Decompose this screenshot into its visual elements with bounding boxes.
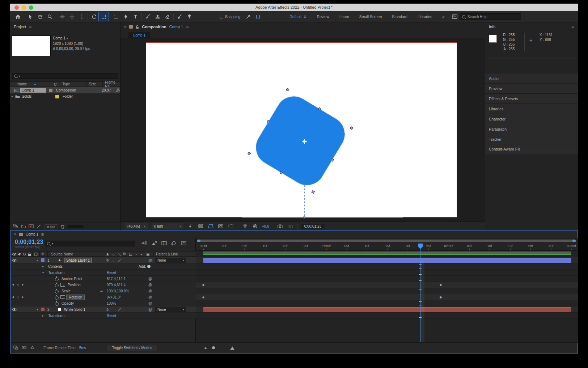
- property-row-scale[interactable]: Scale ∞ 100.0,100.0% @: [10, 288, 196, 294]
- reset-link[interactable]: Reset: [107, 271, 116, 275]
- timeline-tab-label[interactable]: Comp 1: [26, 232, 38, 236]
- layer-name[interactable]: White Solid 1: [64, 308, 85, 312]
- close-panel-icon[interactable]: ×: [14, 232, 16, 236]
- layer-name[interactable]: Shape Layer 1: [64, 258, 92, 263]
- snap-box-icon[interactable]: [253, 12, 263, 21]
- workspace-default[interactable]: Default≡: [284, 14, 312, 19]
- info-panel-title[interactable]: Info: [489, 25, 495, 29]
- link-dimensions-icon[interactable]: ∞: [100, 289, 103, 293]
- exposure-icon[interactable]: [252, 224, 258, 229]
- property-row-rotation[interactable]: ◀ ◇ ▶ Rotation 0x+31.0° @: [10, 294, 196, 300]
- layer-duration-bar[interactable]: [203, 307, 571, 312]
- trash-icon[interactable]: [61, 224, 65, 229]
- add-keyframe-icon[interactable]: ◇: [17, 283, 19, 287]
- selection-handle[interactable]: [311, 190, 315, 194]
- show-channel-icon[interactable]: [242, 224, 248, 229]
- position-value[interactable]: 979.4,611.4: [107, 283, 126, 287]
- project-item-name[interactable]: Comp 1: [53, 36, 65, 40]
- workspace-settings-icon[interactable]: [450, 12, 460, 21]
- keyframe-diamond-selected[interactable]: ◆: [202, 296, 205, 299]
- zoom-out-mountain-icon[interactable]: [204, 347, 207, 349]
- orbit-camera-tool-icon[interactable]: [57, 12, 67, 21]
- region-of-interest-icon[interactable]: [207, 224, 214, 229]
- puppet-pin-tool-icon[interactable]: [185, 12, 194, 21]
- parent-dropdown[interactable]: None▾: [155, 307, 186, 312]
- eraser-tool-icon[interactable]: [162, 12, 172, 21]
- show-snapshot-icon[interactable]: [287, 224, 293, 229]
- pickwhip-icon[interactable]: @: [148, 277, 152, 281]
- time-ruler[interactable]: 0:00f 05f 10f 15f 20f 25f 01:00f 05f 10f…: [196, 243, 578, 251]
- property-row-transform[interactable]: ▾ Transform Reset: [10, 270, 196, 276]
- exposure-value[interactable]: +0.0: [262, 224, 269, 228]
- preview-timecode[interactable]: 0;00;01;23: [301, 224, 325, 229]
- zoom-in-mountain-icon[interactable]: [230, 346, 234, 350]
- parent-link-column[interactable]: Parent & Link: [156, 252, 178, 256]
- selection-tool-icon[interactable]: [25, 12, 35, 21]
- draft-3d-icon[interactable]: [151, 240, 158, 246]
- pickwhip-icon[interactable]: @: [148, 308, 152, 312]
- chevron-down-icon[interactable]: ▾: [67, 37, 68, 40]
- composition-mini-flowchart-icon[interactable]: [140, 240, 147, 246]
- panel-scrollbar[interactable]: [68, 225, 84, 228]
- pickwhip-icon[interactable]: @: [148, 289, 152, 293]
- time-navigator-bar[interactable]: [197, 240, 576, 242]
- layer-duration-bar[interactable]: [203, 258, 571, 263]
- hand-tool-icon[interactable]: [35, 12, 45, 21]
- property-row-position[interactable]: ◀ ◇ ▶ Position 979.4,611.4 @: [10, 282, 196, 288]
- toggle-switches-modes-button[interactable]: Toggle Switches / Modes: [107, 345, 157, 351]
- pen-tool-icon[interactable]: [121, 12, 131, 21]
- panel-effects-presets[interactable]: Effects & Presets: [485, 93, 578, 103]
- work-area-bar[interactable]: [203, 251, 571, 254]
- frame-blending-icon[interactable]: [160, 240, 168, 246]
- layer-row-shape-layer-1[interactable]: ▾ 1 ★ Shape Layer 1 ✲ ☼ ／ @ None▾: [10, 257, 196, 263]
- panel-audio[interactable]: Audio: [485, 73, 578, 83]
- anchor-point-value[interactable]: 517.4,112.1: [107, 277, 126, 281]
- panel-menu-icon[interactable]: ≡: [29, 24, 32, 29]
- rotation-tool-icon[interactable]: [89, 12, 99, 21]
- effects-wand-icon[interactable]: [37, 224, 41, 229]
- collapse-transforms-switch[interactable]: ✲: [106, 258, 109, 262]
- source-name-column[interactable]: Source Name: [51, 252, 73, 256]
- quality-switch[interactable]: ／: [118, 258, 122, 263]
- workspace-small-screen[interactable]: Small Screen: [354, 14, 387, 19]
- zoom-tool-icon[interactable]: [45, 12, 55, 21]
- stopwatch-active-icon[interactable]: [55, 283, 59, 287]
- crop-region-icon[interactable]: [228, 224, 234, 229]
- help-search-input[interactable]: Search Help: [460, 13, 521, 20]
- dolly-camera-tool-icon[interactable]: [77, 12, 86, 21]
- column-size[interactable]: Size: [87, 82, 103, 86]
- scale-value[interactable]: 100.0,100.0%: [107, 289, 129, 293]
- graph-toggle-icon[interactable]: [60, 295, 65, 299]
- stopwatch-icon[interactable]: [55, 289, 59, 293]
- reset-link[interactable]: Reset: [107, 314, 116, 318]
- pickwhip-icon[interactable]: @: [148, 295, 152, 299]
- snapping-checkbox[interactable]: [220, 15, 223, 18]
- panel-menu-icon[interactable]: ≡: [41, 232, 44, 237]
- rotation-value[interactable]: 0x+31.0°: [107, 295, 121, 299]
- label-color-swatch[interactable]: [55, 95, 59, 98]
- next-keyframe-icon[interactable]: ▶: [22, 296, 24, 299]
- panel-menu-icon[interactable]: ≡: [571, 24, 574, 29]
- panel-preview[interactable]: Preview: [485, 83, 578, 93]
- shy-switch[interactable]: ☼: [112, 258, 115, 262]
- panel-tracker[interactable]: Tracker: [485, 134, 578, 144]
- sort-arrow-icon[interactable]: ▲: [34, 83, 37, 86]
- column-name[interactable]: Name ▲: [10, 82, 52, 86]
- panel-character[interactable]: Character: [485, 114, 578, 124]
- add-menu-icon[interactable]: [147, 265, 151, 268]
- playhead-line[interactable]: [420, 249, 420, 343]
- stopwatch-active-icon[interactable]: [55, 295, 59, 299]
- pickwhip-icon[interactable]: @: [148, 301, 152, 305]
- snap-angle-icon[interactable]: [243, 12, 253, 21]
- prev-keyframe-icon[interactable]: ◀: [12, 296, 14, 299]
- workspace-learn[interactable]: Learn: [334, 14, 354, 19]
- transparency-grid-icon[interactable]: [197, 224, 204, 229]
- pickwhip-icon[interactable]: @: [148, 258, 152, 262]
- shape-tool-icon[interactable]: [111, 12, 121, 21]
- prev-keyframe-icon[interactable]: ◀: [12, 283, 14, 286]
- keyframe-diamond[interactable]: ◆: [202, 283, 205, 287]
- quality-switch[interactable]: ／: [118, 307, 122, 312]
- selection-handle[interactable]: [286, 88, 289, 92]
- eye-icon[interactable]: [12, 308, 17, 312]
- active-comp-name[interactable]: Comp 1: [169, 25, 183, 29]
